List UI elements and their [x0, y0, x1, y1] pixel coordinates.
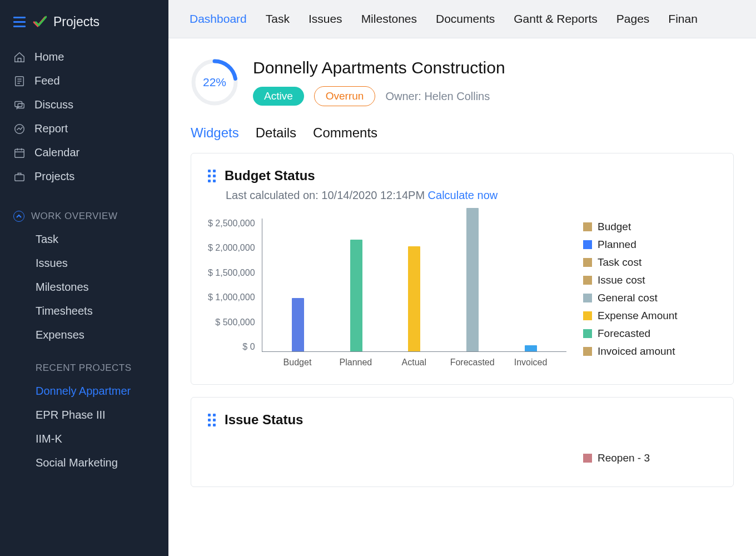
subtab-details[interactable]: Details: [256, 125, 296, 141]
y-axis: $ 2,500,000$ 2,000,000$ 1,500,000$ 1,000…: [208, 219, 262, 352]
legend-item: Issue cost: [583, 274, 717, 286]
work-overview-header[interactable]: WORK OVERVIEW: [0, 198, 168, 227]
recent-project-item[interactable]: Social Marketing: [0, 451, 168, 475]
legend-item: Invoiced amount: [583, 345, 717, 358]
legend-item: General cost: [583, 292, 717, 304]
recent-project-item[interactable]: IIM-K: [0, 427, 168, 451]
tab-finance[interactable]: Finan: [668, 12, 698, 26]
tab-issues[interactable]: Issues: [309, 12, 342, 26]
owner-label: Owner: Helen Collins: [385, 90, 490, 103]
chevron-up-icon: [13, 211, 24, 222]
issue-legend: Reopen - 3: [583, 450, 717, 464]
plot-area: [262, 219, 566, 352]
nav-calendar[interactable]: Calendar: [0, 141, 168, 165]
nav-label: Feed: [34, 75, 60, 87]
progress-percent: 22%: [191, 58, 238, 106]
nav-label: Discuss: [34, 98, 73, 111]
legend-item: Task cost: [583, 256, 717, 269]
primary-nav: Home Feed Discuss Report Calendar Projec…: [0, 39, 168, 198]
card-title: Budget Status: [225, 168, 315, 183]
progress-ring: 22%: [191, 58, 238, 106]
nav-report[interactable]: Report: [0, 117, 168, 141]
issue-status-card: Issue Status Reopen - 3: [191, 397, 734, 487]
legend-item: Forecasted: [583, 327, 717, 340]
card-title: Issue Status: [225, 412, 303, 428]
bar: [292, 298, 304, 351]
discuss-icon: [13, 99, 26, 111]
subnav-expenses[interactable]: Expenses: [0, 323, 168, 347]
nav-home[interactable]: Home: [0, 45, 168, 69]
bar: [466, 208, 479, 351]
subnav-milestones[interactable]: Milestones: [0, 275, 168, 299]
legend-item: Planned: [583, 239, 717, 251]
tab-milestones[interactable]: Milestones: [361, 12, 417, 26]
budget-status-card: Budget Status Last calculated on: 10/14/…: [191, 153, 734, 385]
svg-rect-4: [15, 149, 24, 157]
bar: [525, 345, 537, 351]
nav-label: Calendar: [34, 146, 79, 159]
app-title: Projects: [53, 14, 100, 29]
status-active-badge: Active: [253, 87, 304, 106]
subtab-comments[interactable]: Comments: [313, 125, 377, 141]
nav-feed[interactable]: Feed: [0, 69, 168, 93]
briefcase-icon: [13, 171, 26, 183]
status-overrun-badge: Overrun: [314, 86, 376, 106]
drag-handle-icon[interactable]: [208, 170, 216, 182]
menu-icon[interactable]: [13, 17, 26, 27]
nav-discuss[interactable]: Discuss: [0, 93, 168, 117]
top-tabs: Dashboard Task Issues Milestones Documen…: [168, 0, 756, 38]
sidebar: Projects Home Feed Discuss Report Calend…: [0, 0, 168, 556]
legend-item: Budget: [583, 221, 717, 233]
tab-pages[interactable]: Pages: [616, 12, 650, 26]
recent-project-item[interactable]: EPR Phase III: [0, 403, 168, 427]
tab-dashboard[interactable]: Dashboard: [190, 12, 247, 26]
section-label: WORK OVERVIEW: [31, 211, 117, 222]
subnav-task[interactable]: Task: [0, 227, 168, 251]
subtab-widgets[interactable]: Widgets: [191, 125, 239, 141]
project-header: 22% Donnelly Apartments Construction Act…: [191, 58, 734, 106]
drag-handle-icon[interactable]: [208, 414, 216, 426]
bar: [408, 246, 420, 351]
subnav-issues[interactable]: Issues: [0, 251, 168, 275]
bar: [350, 240, 362, 351]
x-axis: BudgetPlannedActualForecastedInvoiced: [262, 352, 566, 368]
logo-icon: [32, 15, 47, 29]
sub-tabs: Widgets Details Comments: [191, 125, 734, 141]
svg-rect-2: [18, 103, 24, 108]
calculate-now-link[interactable]: Calculate now: [428, 189, 498, 201]
legend-item: Expense Amount: [583, 310, 717, 322]
main-content: Dashboard Task Issues Milestones Documen…: [168, 0, 756, 556]
legend-item: Reopen - 3: [583, 452, 717, 464]
recent-projects-header: RECENT PROJECTS: [0, 347, 168, 379]
recent-project-item[interactable]: Donnely Appartmer: [0, 379, 168, 403]
svg-rect-5: [15, 175, 24, 181]
nav-label: Home: [34, 51, 64, 63]
feed-icon: [13, 75, 26, 87]
tab-task[interactable]: Task: [266, 12, 290, 26]
report-icon: [13, 123, 26, 135]
nav-label: Report: [34, 122, 68, 135]
tab-gantt[interactable]: Gantt & Reports: [514, 12, 598, 26]
subnav-timesheets[interactable]: Timesheets: [0, 299, 168, 323]
budget-chart: $ 2,500,000$ 2,000,000$ 1,500,000$ 1,000…: [208, 219, 717, 368]
chart-legend: BudgetPlannedTask costIssue costGeneral …: [583, 219, 717, 368]
project-title: Donnelly Apartments Construction: [253, 58, 505, 77]
sidebar-header: Projects: [0, 7, 168, 39]
card-subtitle: Last calculated on: 10/14/2020 12:14PM C…: [226, 189, 717, 202]
tab-documents[interactable]: Documents: [436, 12, 495, 26]
nav-projects[interactable]: Projects: [0, 165, 168, 188]
nav-label: Projects: [34, 170, 74, 183]
home-icon: [13, 51, 26, 63]
calendar-icon: [13, 147, 26, 159]
